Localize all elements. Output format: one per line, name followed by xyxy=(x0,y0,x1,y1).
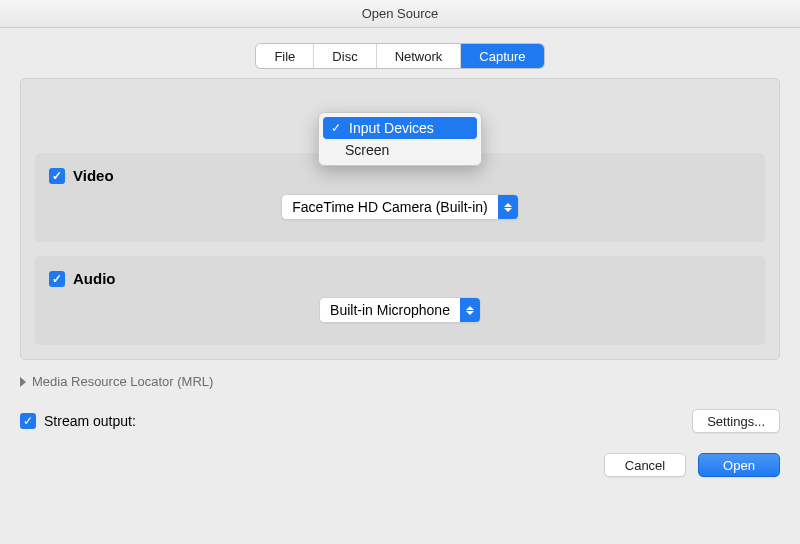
stream-output-checkbox[interactable]: ✓ xyxy=(20,413,36,429)
video-checkbox[interactable]: ✓ xyxy=(49,168,65,184)
audio-device-row: Built-in Microphone xyxy=(49,297,751,323)
video-device-row: FaceTime HD Camera (Built-in) xyxy=(49,194,751,220)
stream-row: ✓ Stream output: Settings... xyxy=(20,409,780,433)
video-device-value: FaceTime HD Camera (Built-in) xyxy=(282,199,498,215)
audio-device-value: Built-in Microphone xyxy=(320,302,460,318)
window-body: File Disc Network Capture ✓ Input Device… xyxy=(0,28,800,491)
audio-label: Audio xyxy=(73,270,116,287)
popup-item-screen[interactable]: Screen xyxy=(319,139,481,161)
capture-mode-popup: ✓ Input Devices Screen xyxy=(318,112,482,166)
audio-group: ✓ Audio Built-in Microphone xyxy=(35,256,765,345)
titlebar: Open Source xyxy=(0,0,800,28)
stream-left: ✓ Stream output: xyxy=(20,413,136,429)
chevron-updown-icon xyxy=(498,195,518,219)
capture-panel: ✓ Input Devices Screen ✓ Video FaceTime … xyxy=(20,78,780,360)
checkmark-icon: ✓ xyxy=(52,170,62,182)
video-label: Video xyxy=(73,167,114,184)
mrl-disclosure-row[interactable]: Media Resource Locator (MRL) xyxy=(20,374,780,389)
chevron-updown-icon xyxy=(460,298,480,322)
checkmark-icon: ✓ xyxy=(23,415,33,427)
checkmark-icon: ✓ xyxy=(52,273,62,285)
cancel-button[interactable]: Cancel xyxy=(604,453,686,477)
audio-checkbox[interactable]: ✓ xyxy=(49,271,65,287)
stream-output-label: Stream output: xyxy=(44,413,136,429)
video-group: ✓ Video FaceTime HD Camera (Built-in) xyxy=(35,153,765,242)
tab-capture[interactable]: Capture xyxy=(461,44,543,68)
audio-device-select[interactable]: Built-in Microphone xyxy=(319,297,481,323)
tab-disc[interactable]: Disc xyxy=(314,44,376,68)
footer-buttons: Cancel Open xyxy=(20,453,780,477)
mrl-label: Media Resource Locator (MRL) xyxy=(32,374,213,389)
check-icon: ✓ xyxy=(331,121,343,135)
disclosure-triangle-icon xyxy=(20,377,26,387)
video-device-select[interactable]: FaceTime HD Camera (Built-in) xyxy=(281,194,519,220)
window-title: Open Source xyxy=(362,6,439,21)
video-group-header: ✓ Video xyxy=(49,167,751,184)
popup-item-input-devices[interactable]: ✓ Input Devices xyxy=(323,117,477,139)
popup-item-label: Input Devices xyxy=(349,120,434,136)
tabbar: File Disc Network Capture xyxy=(20,44,780,68)
settings-button[interactable]: Settings... xyxy=(692,409,780,433)
audio-group-header: ✓ Audio xyxy=(49,270,751,287)
segmented-tabs: File Disc Network Capture xyxy=(256,44,543,68)
tab-file[interactable]: File xyxy=(256,44,314,68)
tab-network[interactable]: Network xyxy=(377,44,462,68)
popup-item-label: Screen xyxy=(345,142,389,158)
open-button[interactable]: Open xyxy=(698,453,780,477)
